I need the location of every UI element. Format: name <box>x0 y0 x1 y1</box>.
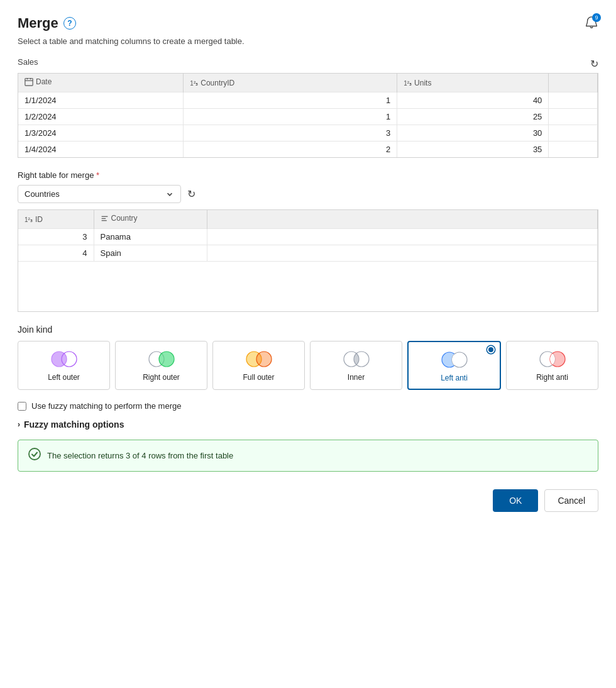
right-outer-venn <box>146 350 177 368</box>
svg-point-27 <box>29 448 40 460</box>
sales-table: Date 1²₃ CountryID 1²₃ Units 1/1/2024140… <box>18 73 598 158</box>
countries-col-empty <box>207 210 598 228</box>
join-option-left-anti[interactable]: Left anti <box>407 341 501 390</box>
sales-col-empty <box>549 74 598 92</box>
table-row: 1/4/2024235 <box>18 141 598 158</box>
page-title: Merge <box>18 15 58 31</box>
selected-indicator <box>487 346 495 353</box>
join-option-inner[interactable]: Inner <box>310 341 402 390</box>
sales-col-units: 1²₃ Units <box>397 74 549 92</box>
footer-buttons: OK Cancel <box>18 489 598 512</box>
fuzzy-matching-row: Use fuzzy matching to perform the merge <box>18 401 598 411</box>
left-anti-venn <box>439 351 470 369</box>
join-option-full-outer-label: Full outer <box>243 373 274 382</box>
join-option-right-outer[interactable]: Right outer <box>115 341 207 390</box>
join-option-left-outer[interactable]: Left outer <box>18 341 110 390</box>
table-row: 3 Panama <box>18 228 598 245</box>
notification-badge: 9 <box>592 13 601 22</box>
dropdown-value: Countries <box>25 189 60 199</box>
full-outer-venn <box>244 350 274 368</box>
inner-venn <box>341 350 371 368</box>
ok-button[interactable]: OK <box>493 489 538 512</box>
join-option-right-anti[interactable]: Right anti <box>506 341 598 390</box>
svg-point-14 <box>256 352 272 367</box>
join-options: Left outer Right outer Full outer <box>18 341 598 390</box>
chevron-right-icon: › <box>18 420 20 429</box>
notification-button[interactable]: 9 <box>585 16 598 31</box>
join-option-inner-label: Inner <box>348 373 365 382</box>
countries-table: 1²₃ ID Country 3 Pa <box>18 209 598 312</box>
table-row: 1/3/2024330 <box>18 125 598 141</box>
cancel-button[interactable]: Cancel <box>544 489 598 512</box>
sales-refresh-button[interactable]: ↻ <box>590 58 598 70</box>
table-row: 1/2/2024125 <box>18 109 598 125</box>
countries-col-id: 1²₃ ID <box>18 210 94 228</box>
join-option-left-anti-label: Left anti <box>441 374 468 382</box>
svg-rect-0 <box>25 79 33 86</box>
svg-point-12 <box>159 352 174 367</box>
result-banner: The selection returns 3 of 4 rows from t… <box>18 440 598 472</box>
fuzzy-options-label: Fuzzy matching options <box>24 419 124 430</box>
table-row: 4 Spain <box>18 245 598 261</box>
right-table-label: Right table for merge * <box>18 170 598 180</box>
subtitle: Select a table and matching columns to c… <box>18 36 598 46</box>
empty-rows <box>18 261 598 311</box>
right-anti-venn <box>537 350 568 368</box>
table-row: 1/1/2024140 <box>18 92 598 109</box>
sales-col-date: Date <box>18 74 184 92</box>
join-option-right-outer-label: Right outer <box>143 373 180 382</box>
required-indicator: * <box>96 170 99 180</box>
svg-point-9 <box>52 352 67 367</box>
join-option-right-anti-label: Right anti <box>536 373 568 382</box>
success-icon <box>28 448 41 463</box>
fuzzy-checkbox[interactable] <box>18 402 26 411</box>
result-message: The selection returns 3 of 4 rows from t… <box>47 451 233 460</box>
sales-col-countryid: 1²₃ CountryID <box>184 74 397 92</box>
fuzzy-options-toggle[interactable]: › Fuzzy matching options <box>18 419 598 430</box>
help-icon[interactable]: ? <box>63 17 76 30</box>
sales-table-label: Sales <box>18 57 38 67</box>
countries-col-country: Country <box>94 210 207 228</box>
right-table-refresh-button[interactable]: ↻ <box>187 188 195 200</box>
join-option-left-outer-label: Left outer <box>48 373 80 382</box>
join-kind-label: Join kind <box>18 325 598 335</box>
fuzzy-checkbox-label[interactable]: Use fuzzy matching to perform the merge <box>31 401 181 411</box>
left-outer-venn <box>49 350 79 368</box>
join-option-full-outer[interactable]: Full outer <box>212 341 305 390</box>
right-table-dropdown[interactable]: Countries <box>18 185 181 203</box>
